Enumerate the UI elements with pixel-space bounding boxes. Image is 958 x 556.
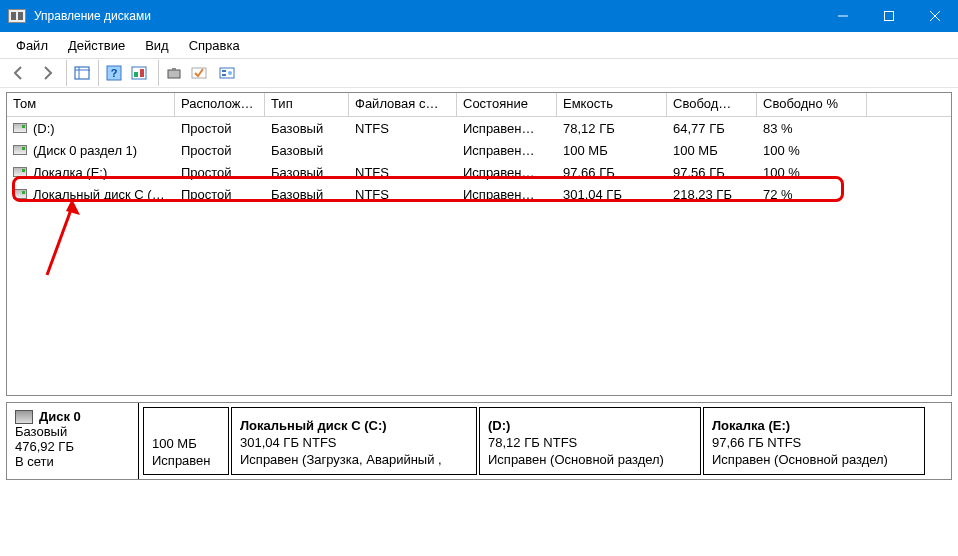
svg-rect-16	[222, 74, 226, 76]
partition-status: Исправен (Загрузка, Аварийный ,	[240, 452, 468, 467]
disk-status: В сети	[15, 454, 130, 469]
graphical-view-pane: Диск 0 Базовый 476,92 ГБ В сети 100 МБИс…	[6, 402, 952, 480]
cell-status: Исправен…	[457, 143, 557, 158]
cell-capacity: 100 МБ	[557, 143, 667, 158]
svg-point-17	[228, 71, 232, 75]
cell-capacity: 97,66 ГБ	[557, 165, 667, 180]
cell-capacity: 301,04 ГБ	[557, 187, 667, 202]
apply-button[interactable]	[186, 60, 212, 86]
volume-icon	[13, 145, 27, 155]
disk-size: 476,92 ГБ	[15, 439, 130, 454]
partition[interactable]: 100 МБИсправен	[143, 407, 229, 475]
svg-rect-4	[75, 67, 89, 79]
partition-name: Локалка (E:)	[712, 418, 916, 433]
svg-rect-15	[222, 70, 226, 72]
svg-text:?: ?	[110, 67, 117, 79]
partition-size: 100 МБ	[152, 436, 220, 451]
cell-status: Исправен…	[457, 165, 557, 180]
volume-name: (D:)	[33, 121, 55, 136]
toolbar: ?	[0, 58, 958, 88]
minimize-button[interactable]	[820, 0, 866, 32]
table-row[interactable]: (Диск 0 раздел 1)ПростойБазовыйИсправен……	[7, 139, 951, 161]
window-controls	[820, 0, 958, 32]
cell-layout: Простой	[175, 121, 265, 136]
menu-view[interactable]: Вид	[135, 36, 179, 55]
partition[interactable]: (D:)78,12 ГБ NTFSИсправен (Основной разд…	[479, 407, 701, 475]
volume-icon	[13, 189, 27, 199]
cell-layout: Простой	[175, 165, 265, 180]
forward-button[interactable]	[34, 60, 60, 86]
maximize-button[interactable]	[866, 0, 912, 32]
cell-fs: NTFS	[349, 187, 457, 202]
col-fs[interactable]: Файловая с…	[349, 93, 457, 116]
show-hide-button[interactable]	[66, 60, 92, 86]
cell-free: 218,23 ГБ	[667, 187, 757, 202]
col-volume[interactable]: Том	[7, 93, 175, 116]
partition-status: Исправен (Основной раздел)	[712, 452, 916, 467]
cell-free: 97,56 ГБ	[667, 165, 757, 180]
cell-type: Базовый	[265, 121, 349, 136]
partition[interactable]: Локальный диск C (C:)301,04 ГБ NTFSИспра…	[231, 407, 477, 475]
disk-info[interactable]: Диск 0 Базовый 476,92 ГБ В сети	[7, 403, 139, 479]
cell-freepct: 83 %	[757, 121, 867, 136]
table-row[interactable]: Локалка (E:)ПростойБазовыйNTFSИсправен…9…	[7, 161, 951, 183]
col-freepct[interactable]: Свободно %	[757, 93, 867, 116]
cell-type: Базовый	[265, 143, 349, 158]
col-type[interactable]: Тип	[265, 93, 349, 116]
svg-rect-10	[134, 72, 138, 77]
menubar: Файл Действие Вид Справка	[0, 32, 958, 58]
partition-status: Исправен (Основной раздел)	[488, 452, 692, 467]
cell-freepct: 100 %	[757, 165, 867, 180]
grid-header: Том Располож… Тип Файловая с… Состояние …	[7, 93, 951, 117]
cell-type: Базовый	[265, 165, 349, 180]
partition-size: 97,66 ГБ NTFS	[712, 435, 916, 450]
svg-rect-11	[140, 69, 144, 77]
menu-action[interactable]: Действие	[58, 36, 135, 55]
cell-fs: NTFS	[349, 165, 457, 180]
cell-freepct: 100 %	[757, 143, 867, 158]
disk-icon	[15, 410, 33, 424]
cell-freepct: 72 %	[757, 187, 867, 202]
col-capacity[interactable]: Емкость	[557, 93, 667, 116]
partition-name: Локальный диск C (C:)	[240, 418, 468, 433]
partition-name: (D:)	[488, 418, 692, 433]
volume-name: Локальный диск C (…	[33, 187, 165, 202]
volume-name: (Диск 0 раздел 1)	[33, 143, 137, 158]
cell-type: Базовый	[265, 187, 349, 202]
grid-body[interactable]: (D:)ПростойБазовыйNTFSИсправен…78,12 ГБ6…	[7, 117, 951, 395]
cell-status: Исправен…	[457, 187, 557, 202]
titlebar[interactable]: Управление дисками	[0, 0, 958, 32]
col-free[interactable]: Свобод…	[667, 93, 757, 116]
partition-status: Исправен	[152, 453, 220, 468]
table-row[interactable]: Локальный диск C (…ПростойБазовыйNTFSИсп…	[7, 183, 951, 205]
cell-free: 100 МБ	[667, 143, 757, 158]
window-title: Управление дисками	[34, 9, 820, 23]
action-list-button[interactable]	[126, 60, 152, 86]
partition-map: 100 МБИсправенЛокальный диск C (C:)301,0…	[139, 403, 951, 479]
cell-fs: NTFS	[349, 121, 457, 136]
partition-size: 301,04 ГБ NTFS	[240, 435, 468, 450]
cell-layout: Простой	[175, 187, 265, 202]
table-row[interactable]: (D:)ПростойБазовыйNTFSИсправен…78,12 ГБ6…	[7, 117, 951, 139]
refresh-button[interactable]	[158, 60, 184, 86]
col-layout[interactable]: Располож…	[175, 93, 265, 116]
disk-label: Диск 0	[39, 409, 81, 424]
cell-layout: Простой	[175, 143, 265, 158]
menu-file[interactable]: Файл	[6, 36, 58, 55]
volume-icon	[13, 167, 27, 177]
volume-name: Локалка (E:)	[33, 165, 107, 180]
partition[interactable]: Локалка (E:)97,66 ГБ NTFSИсправен (Основ…	[703, 407, 925, 475]
menu-help[interactable]: Справка	[179, 36, 250, 55]
cell-capacity: 78,12 ГБ	[557, 121, 667, 136]
partition-size: 78,12 ГБ NTFS	[488, 435, 692, 450]
svg-rect-1	[885, 12, 894, 21]
cell-free: 64,77 ГБ	[667, 121, 757, 136]
app-icon	[8, 9, 26, 23]
close-button[interactable]	[912, 0, 958, 32]
volume-icon	[13, 123, 27, 133]
col-status[interactable]: Состояние	[457, 93, 557, 116]
help-button[interactable]: ?	[98, 60, 124, 86]
back-button[interactable]	[6, 60, 32, 86]
volume-list-pane: Том Располож… Тип Файловая с… Состояние …	[6, 92, 952, 396]
settings-button[interactable]	[214, 60, 240, 86]
